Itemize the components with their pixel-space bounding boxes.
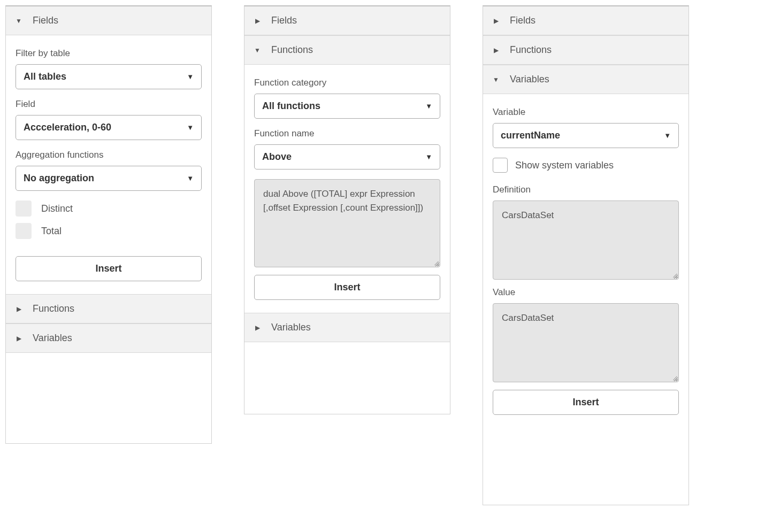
accordion-label: Functions xyxy=(33,303,74,314)
insert-button[interactable]: Insert xyxy=(254,275,440,300)
distinct-checkbox-row: Distinct xyxy=(16,201,202,217)
chevron-down-icon: ▼ xyxy=(493,76,499,83)
accordion-label: Functions xyxy=(510,44,552,56)
accordion-label: Fields xyxy=(510,15,536,26)
chevron-down-icon: ▼ xyxy=(16,17,22,25)
total-label: Total xyxy=(41,226,62,237)
chevron-right-icon: ▶ xyxy=(16,335,22,342)
show-system-label: Show system variables xyxy=(515,160,614,171)
accordion-label: Functions xyxy=(271,44,313,56)
show-system-checkbox[interactable] xyxy=(493,158,508,173)
function-category-label: Function category xyxy=(254,78,440,88)
accordion-label: Variables xyxy=(271,322,311,333)
aggregation-label: Aggregation functions xyxy=(16,150,202,160)
variables-body: Variable currentName ▼ Show system varia… xyxy=(483,94,688,428)
accordion-header-fields[interactable]: ▶ Fields xyxy=(483,6,688,35)
caret-down-icon: ▼ xyxy=(187,124,194,132)
filter-by-table-select[interactable]: All tables ▼ xyxy=(16,64,202,89)
function-name-select[interactable]: Above ▼ xyxy=(254,144,440,169)
chevron-right-icon: ▶ xyxy=(254,324,261,331)
select-value: currentName xyxy=(501,130,560,141)
distinct-checkbox[interactable] xyxy=(16,201,32,217)
accordion-header-variables[interactable]: ▶ Variables xyxy=(244,313,450,342)
caret-down-icon: ▼ xyxy=(664,132,671,140)
accordion-label: Fields xyxy=(33,15,58,26)
accordion-header-fields[interactable]: ▶ Fields xyxy=(244,6,450,35)
chevron-right-icon: ▶ xyxy=(493,47,499,54)
accordion-header-variables[interactable]: ▶ Variables xyxy=(6,323,211,353)
show-system-row: Show system variables xyxy=(493,158,679,173)
chevron-right-icon: ▶ xyxy=(16,305,22,313)
accordion-label: Variables xyxy=(33,333,72,344)
caret-down-icon: ▼ xyxy=(425,153,432,161)
function-name-label: Function name xyxy=(254,128,440,139)
definition-label: Definition xyxy=(493,184,679,195)
caret-down-icon: ▼ xyxy=(425,102,432,110)
chevron-right-icon: ▶ xyxy=(493,17,499,25)
select-value: All tables xyxy=(24,71,66,82)
panel-variables: ▶ Fields ▶ Functions ▼ Variables Variabl… xyxy=(483,5,689,505)
accordion-header-variables[interactable]: ▼ Variables xyxy=(483,65,688,94)
definition-wrap: CarsDataSet xyxy=(493,201,679,280)
accordion-header-functions[interactable]: ▼ Functions xyxy=(244,35,450,65)
accordion-label: Variables xyxy=(510,74,549,85)
filter-by-table-label: Filter by table xyxy=(16,48,202,59)
value-textarea[interactable]: CarsDataSet xyxy=(493,303,679,382)
chevron-down-icon: ▼ xyxy=(254,47,261,54)
function-category-select[interactable]: All functions ▼ xyxy=(254,94,440,119)
select-value: No aggregation xyxy=(24,173,94,184)
field-label: Field xyxy=(16,99,202,110)
insert-button[interactable]: Insert xyxy=(493,390,679,415)
accordion-label: Fields xyxy=(271,15,297,26)
function-signature-wrap: dual Above ([TOTAL] expr Expression [,of… xyxy=(254,179,440,267)
caret-down-icon: ▼ xyxy=(187,73,194,81)
functions-body: Function category All functions ▼ Functi… xyxy=(244,65,450,313)
accordion-header-functions[interactable]: ▶ Functions xyxy=(483,35,688,65)
select-value: Above xyxy=(262,151,292,163)
aggregation-select[interactable]: No aggregation ▼ xyxy=(16,166,202,191)
insert-button[interactable]: Insert xyxy=(16,256,202,281)
caret-down-icon: ▼ xyxy=(187,174,194,182)
fields-body: Filter by table All tables ▼ Field Accce… xyxy=(6,35,211,294)
variable-label: Variable xyxy=(493,107,679,118)
select-value: Accceleration, 0-60 xyxy=(24,122,111,133)
panel-fields: ▼ Fields Filter by table All tables ▼ Fi… xyxy=(5,5,212,444)
accordion-header-fields[interactable]: ▼ Fields xyxy=(6,6,211,35)
chevron-right-icon: ▶ xyxy=(254,17,261,25)
accordion-header-functions[interactable]: ▶ Functions xyxy=(6,294,211,323)
total-checkbox-row: Total xyxy=(16,223,202,239)
definition-textarea[interactable]: CarsDataSet xyxy=(493,201,679,280)
value-label: Value xyxy=(493,287,679,298)
field-select[interactable]: Accceleration, 0-60 ▼ xyxy=(16,115,202,140)
distinct-label: Distinct xyxy=(41,203,73,214)
variable-select[interactable]: currentName ▼ xyxy=(493,123,679,148)
function-signature-textarea[interactable]: dual Above ([TOTAL] expr Expression [,of… xyxy=(254,179,440,267)
value-wrap: CarsDataSet xyxy=(493,303,679,382)
select-value: All functions xyxy=(262,101,320,112)
total-checkbox[interactable] xyxy=(16,223,32,239)
panel-functions: ▶ Fields ▼ Functions Function category A… xyxy=(244,5,450,414)
